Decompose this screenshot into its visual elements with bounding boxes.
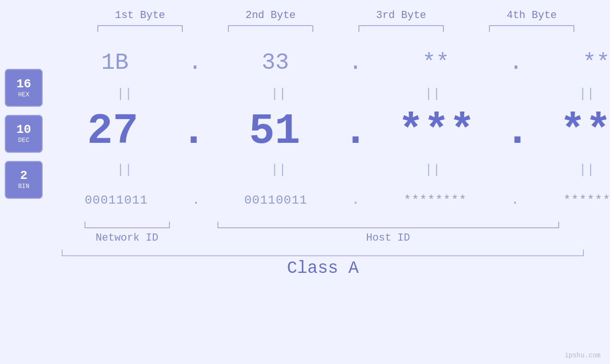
- col-header-3: 3rd Byte: [349, 9, 453, 21]
- host-id-label: Host ID: [192, 232, 584, 244]
- sep-1: ||: [59, 86, 190, 101]
- sep-6: ||: [213, 162, 344, 177]
- dec-badge-number: 10: [16, 123, 31, 136]
- hex-val-4: **: [568, 50, 610, 75]
- dec-badge-label: DEC: [18, 137, 29, 144]
- hex-cell-2: 33: [210, 50, 341, 75]
- data-rows: 1B . 33 . ** . ** || || || ||: [47, 41, 610, 222]
- bracket-top-4: [467, 25, 597, 32]
- main-container: 1st Byte 2nd Byte 3rd Byte 4th Byte 16 H…: [0, 0, 610, 364]
- class-label: Class A: [287, 259, 358, 278]
- bin-cell-4: ********: [530, 193, 610, 207]
- sep-7: ||: [367, 162, 498, 177]
- bracket-bot-host: [217, 222, 559, 228]
- bracket-bot-network-cell: [62, 222, 192, 228]
- dec-dot-2: .: [343, 110, 368, 153]
- bin-val-1: 00011011: [78, 193, 154, 207]
- bin-row: 00011011 . 00110011 . ******** . *******…: [47, 179, 610, 222]
- dec-val-1: 27: [80, 107, 146, 156]
- hex-cell-3: **: [370, 50, 501, 75]
- bin-dot-2: .: [352, 193, 359, 207]
- network-id-label: Network ID: [62, 232, 192, 244]
- dec-badge: 10 DEC: [5, 115, 43, 153]
- bin-cell-2: 00110011: [210, 193, 341, 207]
- bracket-bot-network: [84, 222, 170, 228]
- bin-val-4: ********: [557, 193, 610, 207]
- bracket-top-line-2: [228, 25, 313, 32]
- bracket-top-line-3: [358, 25, 444, 32]
- bin-badge-label: BIN: [18, 183, 29, 190]
- bin-val-3: ********: [397, 193, 473, 207]
- bin-cell-3: ********: [370, 193, 501, 207]
- hex-cell-1: 1B: [50, 50, 180, 75]
- sep-8: ||: [521, 162, 610, 177]
- dec-dot-3: .: [505, 110, 530, 153]
- dec-val-3: ***: [398, 107, 475, 156]
- col-header-4: 4th Byte: [479, 9, 584, 21]
- dec-cell-4: ***: [533, 107, 610, 156]
- bracket-top-line-4: [489, 25, 574, 32]
- hex-val-2: 33: [247, 50, 304, 75]
- dec-dot-1: .: [181, 110, 206, 153]
- labels-row: Network ID Host ID: [62, 232, 584, 244]
- badge-column: 16 HEX 10 DEC 2 BIN: [0, 41, 47, 222]
- content-grid: 16 HEX 10 DEC 2 BIN 1B .: [0, 41, 610, 222]
- sep-4: ||: [521, 86, 610, 101]
- sep-row-1: || || || ||: [47, 84, 610, 103]
- class-label-row: Class A: [62, 259, 584, 278]
- hex-badge-number: 16: [16, 78, 31, 90]
- hex-val-1: 1B: [86, 50, 143, 75]
- badges-wrapper: 16 HEX 10 DEC 2 BIN: [5, 60, 43, 203]
- bin-badge: 2 BIN: [5, 161, 43, 199]
- column-headers: 1st Byte 2nd Byte 3rd Byte 4th Byte: [75, 9, 597, 21]
- sep-5: ||: [59, 162, 190, 177]
- hex-dot-1: .: [188, 50, 202, 75]
- col-header-1: 1st Byte: [88, 9, 192, 21]
- bin-dot-1: .: [192, 193, 200, 207]
- bin-badge-number: 2: [20, 169, 28, 182]
- hex-dot-2: .: [349, 50, 363, 75]
- bottom-brackets: [62, 222, 584, 228]
- dec-val-2: 51: [242, 107, 308, 156]
- col-header-2: 2nd Byte: [218, 9, 323, 21]
- hex-badge: 16 HEX: [5, 69, 43, 107]
- bracket-bot-host-cell: [192, 222, 584, 228]
- hex-val-3: **: [407, 50, 464, 75]
- class-bracket-row: [62, 250, 584, 256]
- sep-3: ||: [367, 86, 498, 101]
- class-bracket: [62, 250, 584, 256]
- dec-cell-2: 51: [209, 107, 340, 156]
- hex-row: 1B . 33 . ** . **: [47, 41, 610, 84]
- top-brackets: [75, 25, 597, 32]
- bracket-top-2: [206, 25, 336, 32]
- sep-2: ||: [213, 86, 344, 101]
- dec-val-4: ***: [560, 107, 610, 156]
- bin-val-2: 00110011: [238, 193, 314, 207]
- dec-row: 27 . 51 . *** . ***: [47, 103, 610, 160]
- hex-cell-4: **: [531, 50, 610, 75]
- bin-cell-1: 00011011: [51, 193, 181, 207]
- watermark: ipshu.com: [564, 352, 601, 359]
- sep-row-2: || || || ||: [47, 160, 610, 179]
- bracket-top-3: [336, 25, 467, 32]
- hex-dot-3: .: [509, 50, 523, 75]
- bottom-section: Network ID Host ID Class A: [0, 222, 610, 280]
- bracket-top-line-1: [97, 25, 183, 32]
- bracket-top-1: [75, 25, 206, 32]
- dec-cell-3: ***: [371, 107, 502, 156]
- bin-dot-3: .: [511, 193, 519, 207]
- dec-cell-1: 27: [47, 107, 178, 156]
- hex-badge-label: HEX: [18, 91, 29, 98]
